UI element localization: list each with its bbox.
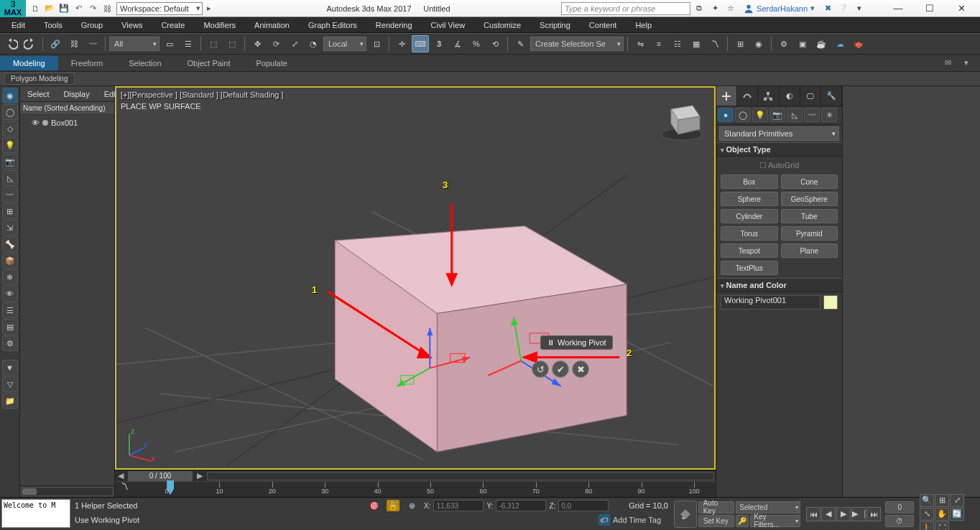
- filter-funnel-icon[interactable]: ▽: [2, 376, 18, 392]
- angle-snap-button[interactable]: ∡: [449, 35, 466, 52]
- filter-down-icon[interactable]: ▼: [2, 360, 18, 376]
- favorite-icon[interactable]: ☆: [724, 2, 738, 15]
- help-icon[interactable]: ❔: [836, 2, 851, 15]
- frame-display[interactable]: 0 / 100: [128, 471, 193, 481]
- se-scrollbar[interactable]: [20, 485, 114, 497]
- render-a360-button[interactable]: ☁: [831, 35, 849, 52]
- time-config-icon[interactable]: ⏱: [885, 515, 914, 527]
- y-coord-input[interactable]: -6,312: [496, 500, 546, 511]
- display-helpers-icon[interactable]: ◺: [2, 170, 18, 186]
- walk-icon[interactable]: 🚶: [920, 521, 934, 531]
- plane-button[interactable]: Plane: [781, 243, 838, 258]
- menu-help[interactable]: Help: [627, 19, 660, 32]
- display-tab[interactable]: 🖵: [800, 86, 821, 106]
- unlink-button[interactable]: ⛓: [65, 35, 83, 52]
- shapes-icon[interactable]: ◯: [735, 108, 751, 122]
- object-color-swatch[interactable]: [823, 295, 838, 310]
- sphere-button[interactable]: Sphere: [721, 192, 778, 206]
- teapot-button[interactable]: Teapot: [721, 243, 778, 258]
- close-button[interactable]: ✕: [946, 0, 977, 17]
- key-filters-dropdown[interactable]: Key Filters...: [750, 515, 800, 527]
- next-frame-icon[interactable]: ▶⎹: [851, 507, 866, 521]
- select-object-button[interactable]: ▭: [161, 35, 178, 52]
- menu-grapheditors[interactable]: Graph Editors: [300, 19, 366, 32]
- geosphere-button[interactable]: GeoSphere: [781, 192, 838, 206]
- autokey-button[interactable]: Auto Key: [698, 501, 735, 513]
- select-by-name-button[interactable]: ☰: [180, 35, 197, 52]
- timeslide-right-icon[interactable]: ▶: [194, 471, 205, 480]
- tube-button[interactable]: Tube: [781, 209, 838, 223]
- display-lights-icon[interactable]: 💡: [2, 137, 18, 153]
- timeline-ruler[interactable]: 〽 0102030405060708090100: [115, 481, 716, 497]
- display-bone-icon[interactable]: 🦴: [2, 236, 18, 252]
- ribbon-collapse-icon[interactable]: ▾: [960, 58, 973, 68]
- snap-toggle-button[interactable]: 3: [430, 35, 448, 52]
- name-color-rollout[interactable]: Name and Color: [716, 278, 842, 292]
- prev-frame-icon[interactable]: ◀: [821, 507, 836, 521]
- help-more-icon[interactable]: ▾: [852, 2, 866, 15]
- pan-icon[interactable]: ✋: [935, 508, 949, 521]
- display-layers-icon[interactable]: ▤: [2, 319, 18, 335]
- link-icon[interactable]: ⛓: [101, 2, 114, 15]
- display-containers-icon[interactable]: 📦: [2, 253, 18, 269]
- menu-scripting[interactable]: Scripting: [531, 19, 579, 32]
- x-icon[interactable]: ✖: [820, 2, 835, 15]
- viewcube-icon[interactable]: [657, 95, 707, 145]
- render-button[interactable]: ☕: [813, 35, 830, 52]
- zoom-extents-all-icon[interactable]: ⤡: [920, 508, 934, 521]
- display-groups-icon[interactable]: ⊞: [2, 203, 18, 219]
- display-space-warps-icon[interactable]: 〰: [2, 187, 18, 203]
- align-button[interactable]: ≡: [650, 35, 667, 52]
- toggle-ribbon-button[interactable]: ▦: [688, 35, 705, 52]
- lights-icon[interactable]: 💡: [752, 108, 768, 122]
- se-menu-select[interactable]: Select: [20, 88, 57, 101]
- box-button[interactable]: Box: [721, 175, 778, 189]
- move-button[interactable]: ✥: [249, 35, 266, 52]
- pivot-confirm-icon[interactable]: ✔: [552, 361, 569, 378]
- menu-edit[interactable]: Edit: [3, 19, 34, 32]
- schematic-view-button[interactable]: ⊞: [731, 35, 749, 52]
- ribbon-tab-populate[interactable]: Populate: [243, 56, 300, 70]
- menu-civilview[interactable]: Civil View: [422, 19, 473, 32]
- workspace-dropdown[interactable]: Workspace: Default: [116, 2, 203, 15]
- object-name-input[interactable]: Working Pivot001: [721, 295, 820, 310]
- ribbon-tab-freeform[interactable]: Freeform: [58, 56, 116, 70]
- pivot-reset-icon[interactable]: ↺: [532, 361, 549, 378]
- create-tab[interactable]: [716, 86, 737, 106]
- time-track[interactable]: [207, 472, 714, 480]
- menu-rendering[interactable]: Rendering: [367, 19, 421, 32]
- open-icon[interactable]: 📂: [43, 2, 56, 15]
- listener-text[interactable]: Welcome to M: [1, 499, 70, 528]
- menu-modifiers[interactable]: Modifiers: [195, 19, 244, 32]
- visibility-icon[interactable]: 👁: [32, 118, 40, 127]
- curve-editor-button[interactable]: 〽: [706, 35, 724, 52]
- category-dropdown[interactable]: Standard Primitives: [719, 126, 839, 141]
- cone-button[interactable]: Cone: [781, 175, 838, 189]
- keyboard-shortcut-button[interactable]: ⌨: [412, 35, 429, 52]
- hierarchy-tab[interactable]: [758, 86, 779, 106]
- selection-lock-icon[interactable]: 🎯: [368, 500, 381, 511]
- ribbon-mail-icon[interactable]: ✉: [941, 58, 954, 68]
- use-pivot-button[interactable]: ⊡: [368, 35, 385, 52]
- se-column-header[interactable]: Name (Sorted Ascending): [20, 102, 114, 115]
- autogrid-check[interactable]: ☐ AutoGrid: [721, 159, 838, 172]
- add-time-tag[interactable]: Add Time Tag: [613, 516, 661, 524]
- ribbon-tab-selection[interactable]: Selection: [116, 56, 174, 70]
- menu-customize[interactable]: Customize: [475, 19, 530, 32]
- undo-button[interactable]: [3, 35, 20, 52]
- subscription-icon[interactable]: ⧉: [692, 2, 706, 15]
- trackbar-toggle-icon[interactable]: 〽: [115, 482, 134, 491]
- minimize-button[interactable]: —: [882, 0, 914, 17]
- set-key-big-button[interactable]: +: [674, 501, 697, 528]
- display-cameras-icon[interactable]: 📷: [2, 154, 18, 169]
- se-menu-display[interactable]: Display: [57, 88, 97, 101]
- modify-tab[interactable]: [737, 86, 758, 106]
- lock-icon[interactable]: 🔒: [387, 500, 399, 511]
- timeslide-left-icon[interactable]: ◀: [115, 471, 126, 480]
- scale-button[interactable]: ⤢: [286, 35, 303, 52]
- undo-icon[interactable]: ↶: [72, 2, 85, 15]
- link-button[interactable]: 🔗: [47, 35, 64, 52]
- z-coord-input[interactable]: 0,0: [558, 500, 609, 511]
- zoom-extents-icon[interactable]: ⤢: [950, 494, 964, 507]
- menu-create[interactable]: Create: [152, 19, 193, 32]
